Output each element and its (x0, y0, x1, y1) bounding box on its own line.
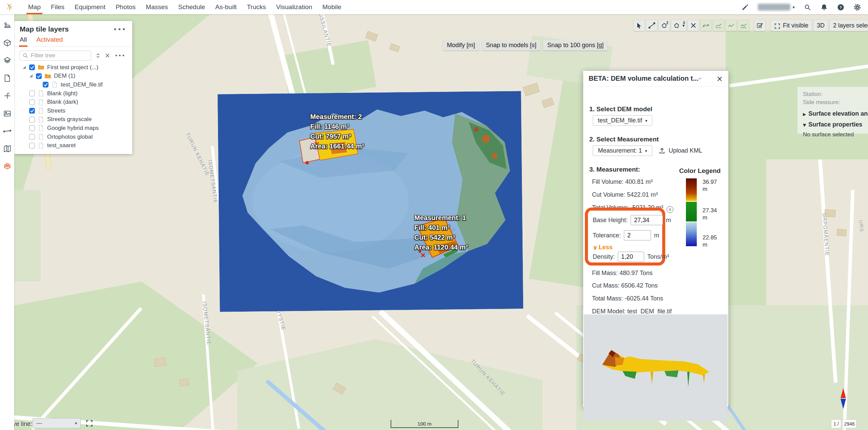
less-toggle[interactable]: ∨Less (593, 244, 613, 251)
tree-checkbox[interactable] (29, 134, 35, 140)
tree-checkbox[interactable] (29, 91, 35, 96)
tree-item[interactable]: Blank (dark) (14, 98, 132, 106)
tab-all[interactable]: All (20, 36, 27, 46)
app-logo-icon[interactable] (4, 2, 14, 12)
close-icon[interactable]: × (716, 75, 723, 82)
tree-item[interactable]: test_DEM_file.tif (14, 80, 132, 89)
filter-tree-input[interactable]: Filter tree (19, 51, 91, 61)
measurement-dropdown[interactable]: Measurement: 1▾ (593, 145, 652, 156)
notifications-bell-icon[interactable] (820, 3, 828, 11)
expand-collapse-all-icon[interactable] (95, 53, 101, 59)
layers-selected-dropdown[interactable]: 2 layers selected▾ (829, 20, 868, 31)
panel-menu-icon[interactable]: ••• (113, 25, 126, 33)
legend-mid-label: 27.34m (703, 207, 717, 221)
tree-checkbox[interactable] (43, 82, 48, 87)
tree-checkbox[interactable] (29, 143, 35, 149)
measure-cross-icon[interactable] (3, 92, 12, 100)
base-height-input[interactable] (631, 215, 663, 225)
tree-item[interactable]: First test project (...) (14, 63, 132, 72)
tree-item[interactable]: Blank (light) (14, 89, 132, 98)
map-building (154, 357, 166, 367)
snap-to-gons-button[interactable]: Snap to 100 gons [g] (543, 40, 608, 51)
dem-model-dropdown[interactable]: test_DEM_file.tif▾ (593, 115, 652, 126)
tree-expander-icon[interactable] (29, 74, 33, 78)
nav-item-files[interactable]: Files (46, 0, 70, 14)
file-icon (38, 99, 44, 105)
tolerance-input[interactable] (624, 230, 651, 240)
curve-closed-button[interactable] (700, 20, 712, 31)
measure-line-icon (648, 22, 655, 29)
tree-item[interactable]: test_saaret (14, 141, 132, 150)
tree-item[interactable]: Streets grayscale (14, 115, 132, 124)
edit-pencil-icon[interactable] (741, 3, 749, 11)
tree-item[interactable]: Google hybrid maps (14, 124, 132, 133)
info-icon[interactable]: i (667, 206, 673, 213)
tab-activated[interactable]: Activated (36, 36, 63, 46)
polyline-button[interactable] (725, 20, 737, 31)
tree-item[interactable]: DEM (1) (14, 72, 132, 81)
snap-to-models-button[interactable]: Snap to models [s] (482, 40, 540, 51)
polygon-area-button[interactable]: 2 (658, 20, 670, 31)
polyline-edit-button[interactable] (738, 20, 749, 31)
nav-item-visualization[interactable]: Visualization (271, 0, 317, 14)
cube-icon[interactable] (3, 39, 12, 47)
nav-item-schedule[interactable]: Schedule (173, 0, 210, 14)
tree-checkbox[interactable] (29, 125, 35, 131)
scale-ratio-value[interactable]: 2946 (842, 419, 856, 428)
clear-filter-icon[interactable]: × (105, 53, 111, 59)
image-icon[interactable] (3, 109, 12, 118)
project-selector[interactable]: ▾ (758, 4, 795, 11)
nav-item-map[interactable]: Map (23, 0, 46, 14)
layers-icon[interactable] (3, 56, 12, 65)
tree-expander-icon[interactable] (22, 65, 26, 70)
curve-slope-button[interactable] (713, 20, 724, 31)
three-d-button[interactable]: 3D (813, 20, 828, 31)
nav-item-masses[interactable]: Masses (141, 0, 173, 14)
nav-item-mobile[interactable]: Mobile (317, 0, 347, 14)
delete-x-button[interactable] (688, 20, 699, 31)
upload-kml-button[interactable]: Upload KML (658, 147, 702, 154)
dem-overlay[interactable] (218, 91, 524, 312)
tree-checkbox[interactable] (29, 117, 35, 122)
measure-line-button[interactable] (646, 20, 657, 31)
nav-item-trucks[interactable]: Trucks (242, 0, 271, 14)
modify-button[interactable]: Modify [m] (443, 40, 479, 51)
tree-checkbox[interactable] (29, 108, 35, 114)
map-book-icon[interactable] (3, 144, 12, 153)
fullscreen-icon[interactable] (85, 419, 93, 427)
settings-gear-icon[interactable] (853, 3, 861, 11)
total-mass-value: Total Mass: -6025.44 Tons (592, 295, 663, 302)
document-icon[interactable] (3, 74, 12, 82)
compass-needle-icon[interactable] (840, 388, 847, 411)
terrain-paint-icon[interactable] (3, 21, 12, 30)
search-icon[interactable] (804, 3, 811, 11)
fit-visible-icon (774, 22, 781, 29)
nav-item-equipment[interactable]: Equipment (70, 0, 111, 14)
density-input[interactable] (618, 252, 644, 262)
road-label: TURUN KEHÄTIE (185, 132, 211, 177)
tree-item[interactable]: Ortophotos global (14, 133, 132, 141)
nav-item-photos[interactable]: Photos (111, 0, 141, 14)
legend-cut-gradient (686, 178, 697, 201)
select-cursor-button[interactable] (633, 20, 645, 31)
mesh-layers-icon[interactable] (3, 162, 12, 171)
layers-tabs: AllActivated (14, 34, 132, 47)
help-icon[interactable]: ? (837, 3, 845, 11)
terrain-3d-preview[interactable] (584, 314, 728, 421)
polygon-volume-icon (673, 22, 680, 29)
surface-properties-section[interactable]: ▼Surface properties (803, 121, 868, 128)
tree-checkbox[interactable] (29, 99, 35, 105)
tree-item[interactable]: Streets (14, 106, 132, 115)
surface-elevation-section[interactable]: ▶Surface elevation and area (803, 110, 868, 117)
polygon-volume-button[interactable]: 3▾ (671, 20, 687, 31)
tree-checkbox[interactable] (29, 64, 35, 70)
select-area-check-button[interactable] (754, 20, 766, 31)
curve-line-icon[interactable] (3, 127, 12, 135)
minimize-handle[interactable] (698, 78, 702, 79)
svg-text:?: ? (840, 5, 842, 9)
tree-checkbox[interactable] (36, 73, 42, 79)
fit-visible-button[interactable]: Fit visible (770, 20, 812, 31)
nav-item-as-built[interactable]: As-built (210, 0, 242, 14)
tree-menu-icon[interactable]: ••• (115, 53, 125, 59)
active-line-dropdown[interactable]: --- ▾ (33, 418, 81, 428)
